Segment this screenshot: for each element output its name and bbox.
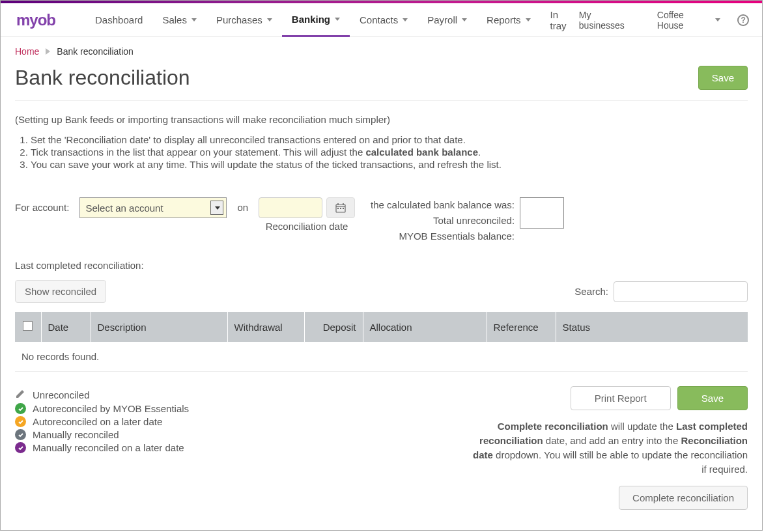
no-records-message: No records found.	[15, 342, 748, 372]
svg-rect-6	[343, 208, 344, 209]
calculated-balance-label: the calculated bank balance was:	[371, 197, 515, 213]
nav-label: Banking	[292, 14, 330, 25]
transactions-table: Date Description Withdrawal Deposit Allo…	[15, 312, 748, 372]
save-button-bottom[interactable]: Save	[677, 386, 748, 410]
col-date[interactable]: Date	[41, 312, 91, 342]
nav-contacts[interactable]: Contacts	[350, 3, 417, 37]
legend-label: Manually reconciled	[33, 429, 119, 440]
legend-label: Autoreconciled on a later date	[33, 416, 162, 427]
col-status[interactable]: Status	[556, 312, 748, 342]
legend-label: Unreconciled	[33, 389, 90, 400]
legend-label: Autoreconciled by MYOB Essentials	[33, 403, 189, 414]
nav-purchases[interactable]: Purchases	[206, 3, 282, 37]
nav-label: Purchases	[216, 14, 262, 25]
chevron-down-icon	[526, 18, 531, 21]
col-deposit[interactable]: Deposit	[304, 312, 363, 342]
col-allocation[interactable]: Allocation	[363, 312, 487, 342]
nav-sales[interactable]: Sales	[152, 3, 206, 37]
breadcrumb: Home Bank reconciliation	[15, 46, 748, 57]
check-circle-icon	[15, 403, 26, 414]
chevron-down-icon	[403, 18, 408, 21]
nav-label: Dashboard	[95, 14, 143, 25]
reconciliation-date-input[interactable]	[259, 197, 322, 218]
calendar-icon	[335, 203, 346, 213]
account-select-value: Select an account	[85, 203, 163, 214]
select-all-checkbox[interactable]	[23, 321, 33, 331]
last-completed-label: Last completed reconciliation:	[15, 260, 748, 271]
step-3: You can save your work at any time. This…	[31, 159, 748, 170]
nav-banking[interactable]: Banking	[282, 3, 350, 37]
complete-reconciliation-button[interactable]: Complete reconciliation	[619, 486, 748, 510]
search-label: Search:	[574, 286, 608, 297]
on-label: on	[237, 197, 248, 213]
calendar-button[interactable]	[326, 197, 355, 218]
nav-label: My businesses	[579, 10, 638, 31]
nav-payroll[interactable]: Payroll	[417, 3, 477, 37]
dropdown-button-icon[interactable]	[210, 201, 223, 215]
nav-label: Payroll	[427, 14, 457, 25]
print-report-button[interactable]: Print Report	[571, 386, 671, 410]
step-1: Set the 'Reconciliation date' to display…	[31, 134, 748, 145]
breadcrumb-current: Bank reconciliation	[57, 46, 134, 57]
for-account-label: For account:	[15, 197, 69, 213]
svg-rect-4	[337, 208, 339, 209]
col-description[interactable]: Description	[91, 312, 227, 342]
total-unreconciled-label: Total unreconciled:	[371, 213, 515, 229]
nav-my-businesses[interactable]: My businesses	[576, 3, 640, 37]
legend-label: Manually reconciled on a later date	[33, 442, 184, 453]
chevron-down-icon	[191, 18, 197, 21]
instruction-steps: Set the 'Reconciliation date' to display…	[19, 134, 748, 170]
search-input[interactable]	[614, 281, 748, 302]
svg-rect-5	[340, 208, 341, 209]
breadcrumb-arrow-icon	[46, 48, 50, 55]
col-withdrawal[interactable]: Withdrawal	[227, 312, 304, 342]
nav-label: In tray	[550, 9, 567, 31]
nav-items: Dashboard Sales Purchases Banking Contac…	[85, 3, 576, 37]
chevron-down-icon	[335, 18, 340, 21]
complete-explanation: Complete reconciliation will update the …	[468, 419, 748, 477]
reconciliation-date-label: Reconciliation date	[266, 221, 348, 232]
chevron-down-icon	[462, 18, 467, 21]
nav-reports[interactable]: Reports	[477, 3, 541, 37]
check-circle-icon	[15, 429, 26, 440]
nav-intray[interactable]: In tray	[541, 3, 576, 37]
col-reference[interactable]: Reference	[487, 312, 556, 342]
nav-label: Reports	[487, 14, 521, 25]
chevron-down-icon	[715, 18, 720, 21]
nav-label: Contacts	[360, 14, 398, 25]
essentials-balance-label: MYOB Essentials balance:	[371, 229, 515, 244]
breadcrumb-home[interactable]: Home	[15, 46, 39, 57]
check-circle-icon	[15, 416, 26, 427]
save-button[interactable]: Save	[698, 66, 748, 90]
help-icon[interactable]: ?	[737, 14, 749, 26]
balance-box[interactable]	[520, 197, 564, 229]
logo: myob	[16, 11, 55, 29]
chevron-down-icon	[267, 18, 272, 21]
page-title: Bank reconciliation	[15, 66, 190, 90]
step-2: Tick transactions in the list that appea…	[31, 147, 748, 158]
nav-label: Coffee House	[657, 10, 711, 31]
nav-label: Sales	[162, 14, 187, 25]
show-reconciled-button[interactable]: Show reconciled	[15, 280, 106, 303]
nav-dashboard[interactable]: Dashboard	[85, 3, 152, 37]
pencil-icon	[15, 388, 26, 401]
check-circle-icon	[15, 442, 26, 453]
intro-text: (Setting up Bank feeds or importing tran…	[15, 114, 748, 125]
account-select[interactable]: Select an account	[79, 197, 227, 218]
top-nav: myob Dashboard Sales Purchases Banking C…	[1, 3, 762, 37]
legend: Unreconciled Autoreconciled by MYOB Esse…	[15, 386, 189, 455]
nav-company-switcher[interactable]: Coffee House	[655, 3, 724, 37]
